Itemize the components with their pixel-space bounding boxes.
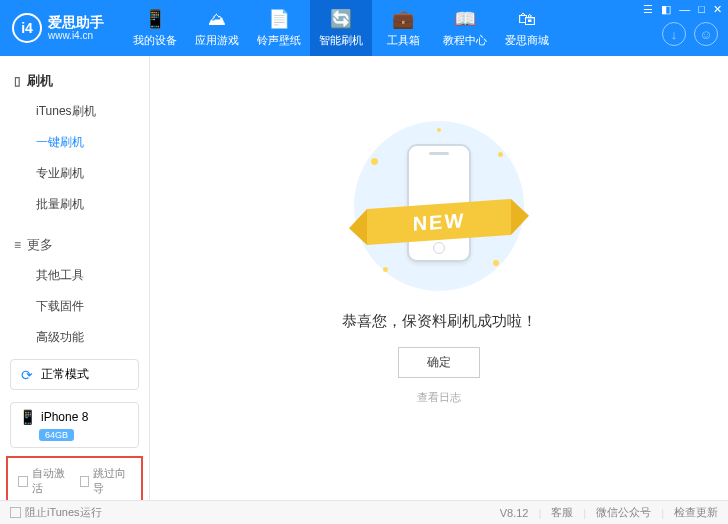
nav-label: 铃声壁纸: [257, 33, 301, 48]
nav-apps[interactable]: ⛰应用游戏: [186, 0, 248, 56]
apps-icon: ⛰: [208, 9, 226, 30]
sidebar-title: 更多: [27, 236, 53, 254]
sidebar-item-pro-flash[interactable]: 专业刷机: [0, 158, 149, 189]
sidebar-title: 刷机: [27, 72, 53, 90]
nav-label: 教程中心: [443, 33, 487, 48]
checkbox-icon: [10, 507, 21, 518]
book-icon: 📖: [454, 8, 476, 30]
nav-ringtones[interactable]: 📄铃声壁纸: [248, 0, 310, 56]
checkbox-skip-guide[interactable]: 跳过向导: [80, 466, 132, 496]
phone-outline-icon: ▯: [14, 74, 21, 88]
window-controls: ☰ ◧ — □ ✕: [643, 3, 722, 16]
device-name: iPhone 8: [41, 410, 88, 424]
checkbox-label: 自动激活: [32, 466, 70, 496]
main-content: NEW 恭喜您，保资料刷机成功啦！ 确定 查看日志: [150, 56, 728, 500]
checkbox-icon: [80, 476, 90, 487]
sidebar-item-advanced[interactable]: 高级功能: [0, 322, 149, 353]
nav-label: 应用游戏: [195, 33, 239, 48]
close-icon[interactable]: ✕: [713, 3, 722, 16]
ok-button[interactable]: 确定: [398, 347, 480, 378]
success-message: 恭喜您，保资料刷机成功啦！: [342, 312, 537, 331]
sidebar-item-oneclick-flash[interactable]: 一键刷机: [0, 127, 149, 158]
checkbox-block-itunes[interactable]: 阻止iTunes运行: [10, 505, 102, 520]
ringtone-icon: 📄: [268, 8, 290, 30]
nav-my-device[interactable]: 📱我的设备: [124, 0, 186, 56]
sidebar-item-batch-flash[interactable]: 批量刷机: [0, 189, 149, 220]
checkbox-label: 跳过向导: [93, 466, 131, 496]
nav-toolbox[interactable]: 💼工具箱: [372, 0, 434, 56]
checkbox-label: 阻止iTunes运行: [25, 505, 102, 520]
mode-label: 正常模式: [41, 366, 89, 383]
flash-icon: 🔄: [330, 8, 352, 30]
nav-tutorials[interactable]: 📖教程中心: [434, 0, 496, 56]
toolbox-icon: 💼: [392, 8, 414, 30]
success-illustration: NEW: [349, 116, 529, 296]
nav-store[interactable]: 🛍爱思商城: [496, 0, 558, 56]
sidebar: ▯刷机 iTunes刷机 一键刷机 专业刷机 批量刷机 ≡更多 其他工具 下载固…: [0, 56, 150, 500]
maximize-icon[interactable]: □: [698, 3, 705, 16]
logo-url: www.i4.cn: [48, 30, 104, 41]
mode-box[interactable]: ⟳ 正常模式: [10, 359, 139, 390]
minimize-icon[interactable]: —: [679, 3, 690, 16]
sidebar-item-itunes-flash[interactable]: iTunes刷机: [0, 96, 149, 127]
device-phone-icon: 📱: [19, 409, 35, 425]
storage-badge: 64GB: [39, 429, 74, 441]
header: i4 爱思助手 www.i4.cn 📱我的设备 ⛰应用游戏 📄铃声壁纸 🔄智能刷…: [0, 0, 728, 56]
nav-label: 智能刷机: [319, 33, 363, 48]
divider: |: [583, 507, 586, 519]
sidebar-header-flash[interactable]: ▯刷机: [0, 66, 149, 96]
device-box[interactable]: 📱 iPhone 8 64GB: [10, 402, 139, 448]
nav-flash[interactable]: 🔄智能刷机: [310, 0, 372, 56]
download-icon[interactable]: ↓: [662, 22, 686, 46]
settings-icon[interactable]: ☰: [643, 3, 653, 16]
footer-service[interactable]: 客服: [551, 505, 573, 520]
user-icon[interactable]: ☺: [694, 22, 718, 46]
bottom-options: 自动激活 跳过向导: [6, 456, 143, 506]
more-icon: ≡: [14, 238, 21, 252]
footer: 阻止iTunes运行 V8.12 | 客服 | 微信公众号 | 检查更新: [0, 500, 728, 524]
version-label: V8.12: [500, 507, 529, 519]
footer-update[interactable]: 检查更新: [674, 505, 718, 520]
store-icon: 🛍: [518, 9, 536, 30]
sidebar-header-more[interactable]: ≡更多: [0, 230, 149, 260]
refresh-icon: ⟳: [19, 367, 35, 383]
nav-label: 我的设备: [133, 33, 177, 48]
logo[interactable]: i4 爱思助手 www.i4.cn: [0, 13, 124, 43]
checkbox-icon: [18, 476, 28, 487]
phone-icon: 📱: [144, 8, 166, 30]
logo-title: 爱思助手: [48, 15, 104, 30]
sidebar-item-download-firmware[interactable]: 下载固件: [0, 291, 149, 322]
nav-label: 工具箱: [387, 33, 420, 48]
divider: |: [661, 507, 664, 519]
divider: |: [538, 507, 541, 519]
sidebar-item-other-tools[interactable]: 其他工具: [0, 260, 149, 291]
checkbox-auto-activate[interactable]: 自动激活: [18, 466, 70, 496]
header-actions: ↓ ☺: [662, 22, 718, 46]
skin-icon[interactable]: ◧: [661, 3, 671, 16]
logo-icon: i4: [12, 13, 42, 43]
nav-label: 爱思商城: [505, 33, 549, 48]
nav-tabs: 📱我的设备 ⛰应用游戏 📄铃声壁纸 🔄智能刷机 💼工具箱 📖教程中心 🛍爱思商城: [124, 0, 558, 56]
view-log-link[interactable]: 查看日志: [417, 390, 461, 405]
footer-wechat[interactable]: 微信公众号: [596, 505, 651, 520]
